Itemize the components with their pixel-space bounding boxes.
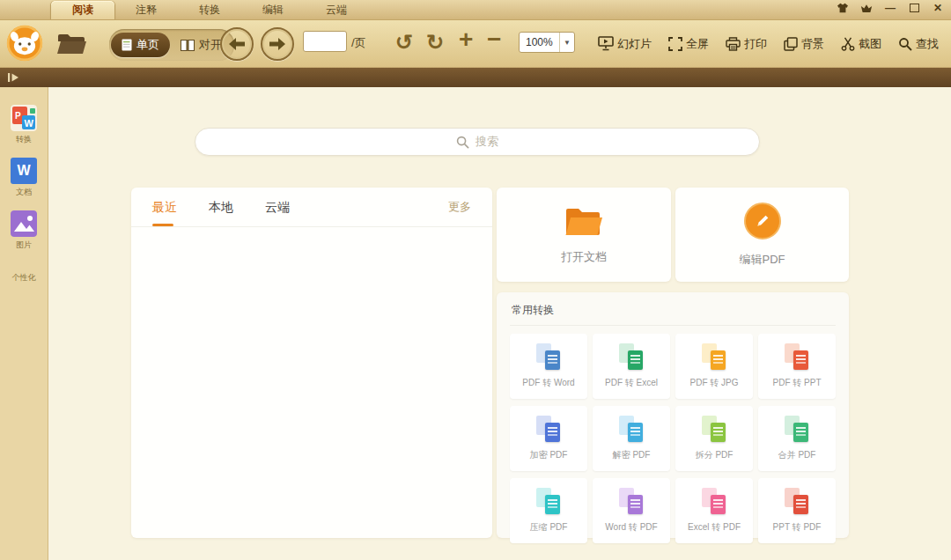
main-toolbar: 单页 对开 /页 ↺ ↻ + − 100% ▼ 幻灯 [0,20,951,68]
sidebar-item-label: 文档 [16,187,32,198]
crown-icon [860,4,873,13]
tab-cloud[interactable]: 云端 [305,1,368,19]
word-doc-icon: W [11,158,37,184]
conversion-icon [616,343,646,372]
zoom-out-button[interactable]: − [487,26,501,54]
conv-pdf-to-excel[interactable]: PDF 转 Excel [593,334,670,399]
conversion-icon [782,343,812,372]
svg-text:P: P [15,111,21,121]
chevron-down-icon: ▼ [559,33,574,52]
sidebar-item-label: 转换 [16,134,32,145]
skin-icon[interactable] [837,2,849,14]
conv-compress-pdf[interactable]: 压缩 PDF [510,478,587,543]
scissors-icon [841,37,855,51]
conversion-icon [699,488,729,516]
conv-pdf-to-jpg[interactable]: PDF 转 JPG [675,334,753,399]
single-page-icon [122,39,132,51]
edit-pdf-card[interactable]: 编辑PDF [675,188,849,282]
sidebar-item-image[interactable]: 图片 [11,210,37,251]
search-icon [456,136,469,149]
vip-crown-icon[interactable] [860,2,873,14]
facing-page-icon [181,40,195,51]
tab-read[interactable]: 阅读 [51,1,114,19]
conversion-icon [534,488,564,516]
next-page-button[interactable] [261,27,294,61]
tab-edit[interactable]: 编辑 [241,1,305,19]
print-button[interactable]: 打印 [726,36,767,52]
tab-convert[interactable]: 转换 [178,1,241,19]
ribbon-tabs: 阅读 注释 转换 编辑 云端 [51,1,368,19]
arrow-left-icon [229,38,245,50]
tab-cloud-files[interactable]: 云端 [265,188,290,226]
more-link[interactable]: 更多 [448,199,471,215]
tab-annotate[interactable]: 注释 [114,1,178,19]
rotate-left-button[interactable]: ↺ [395,28,413,56]
slideshow-label: 幻灯片 [617,36,652,52]
single-page-button[interactable]: 单页 [111,33,170,57]
fullscreen-icon [668,37,682,51]
zoom-in-button[interactable]: + [459,26,473,54]
fullscreen-button[interactable]: 全屏 [668,36,709,52]
collapse-panel-icon[interactable] [7,72,19,83]
common-conversions-panel: 常用转换 PDF 转 Word PDF 转 Excel [497,292,849,538]
search-placeholder: 搜索 [476,134,498,150]
search-icon [898,37,912,51]
find-label: 查找 [916,36,939,52]
edit-pdf-label: 编辑PDF [740,252,785,268]
sidebar-personalize-link[interactable]: 个性化 [12,272,36,284]
tab-local[interactable]: 本地 [209,188,233,226]
conv-ppt-to-pdf[interactable]: PPT 转 PDF [758,478,836,543]
rotate-right-button[interactable]: ↻ [426,28,444,56]
file-list-panel: 最近 本地 云端 更多 [131,188,492,538]
conv-pdf-to-ppt[interactable]: PDF 转 PPT [758,334,836,399]
home-pane: 搜索 最近 本地 云端 更多 打开文档 [48,87,951,560]
open-document-label: 打开文档 [561,249,607,265]
app-logo[interactable] [6,25,43,62]
conv-split-pdf[interactable]: 拆分 PDF [675,406,753,471]
conversion-icon [534,343,564,372]
conv-pdf-to-word[interactable]: PDF 转 Word [510,334,587,399]
conversion-icon [534,416,564,444]
page-mode-toggle: 单页 对开 [109,29,234,61]
zoom-level-select[interactable]: 100% ▼ [519,32,575,53]
previous-page-button[interactable] [220,27,254,61]
find-button[interactable]: 查找 [898,36,939,52]
zoom-level-value: 100% [520,36,559,48]
title-bar: 阅读 注释 转换 编辑 云端 — ✕ [0,0,951,20]
conv-encrypt-pdf[interactable]: 加密 PDF [510,406,587,471]
snapshot-button[interactable]: 截图 [841,36,881,52]
close-button[interactable]: ✕ [932,2,944,14]
minimize-button[interactable]: — [884,2,896,14]
sidebar-item-convert[interactable]: P W 转换 [11,105,37,145]
open-document-card[interactable]: 打开文档 [497,188,671,282]
image-icon [11,210,37,237]
maximize-button[interactable] [908,2,920,14]
search-input[interactable]: 搜索 [195,128,760,156]
conv-word-to-pdf[interactable]: Word 转 PDF [593,478,670,543]
page-number-input[interactable] [303,31,347,52]
arrow-right-icon [269,38,285,50]
shirt-icon [837,3,849,13]
open-file-button[interactable] [56,32,86,56]
layers-icon [784,37,798,51]
folder-icon [56,32,86,56]
svg-text:W: W [25,118,34,129]
open-folder-icon [564,205,604,237]
conv-decrypt-pdf[interactable]: 解密 PDF [593,406,670,471]
conversion-icon [699,416,729,444]
conv-excel-to-pdf[interactable]: Excel 转 PDF [675,478,753,543]
pdf-to-word-promo-icon: P W [11,105,37,131]
snapshot-label: 截图 [859,36,881,52]
slideshow-button[interactable]: 幻灯片 [598,36,652,52]
sidebar-item-document[interactable]: W 文档 [11,158,37,198]
single-page-label: 单页 [136,37,159,53]
conv-merge-pdf[interactable]: 合并 PDF [758,406,836,471]
tab-recent[interactable]: 最近 [152,188,177,226]
sidebar-item-label: 图片 [16,239,32,251]
background-button[interactable]: 背景 [784,36,824,52]
pencil-icon [754,212,771,230]
file-list-empty-body [131,227,492,538]
fullscreen-label: 全屏 [686,36,709,52]
toolbar-right-group: 幻灯片 全屏 打印 背景 [598,20,939,67]
maximize-icon [910,4,919,12]
